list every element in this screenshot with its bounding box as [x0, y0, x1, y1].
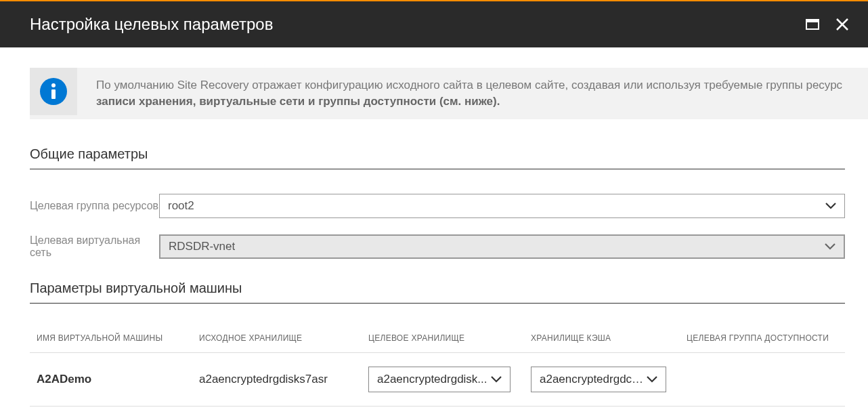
maximize-icon[interactable]: [806, 18, 819, 31]
svg-point-4: [51, 83, 56, 87]
info-banner: По умолчанию Site Recovery отражает конф…: [30, 68, 868, 119]
blade-content: По умолчанию Site Recovery отражает конф…: [0, 47, 868, 407]
table-header: ИМЯ ВИРТУАЛЬНОЙ МАШИНЫ ИСХОДНОЕ ХРАНИЛИЩ…: [30, 333, 845, 353]
th-availability-group: ЦЕЛЕВАЯ ГРУППА ДОСТУПНОСТИ: [687, 333, 838, 343]
header-actions: [806, 18, 849, 31]
chevron-down-icon: [825, 240, 836, 253]
svg-rect-5: [51, 89, 56, 99]
info-icon: [40, 78, 67, 105]
chevron-down-icon: [647, 373, 657, 386]
info-text-bold: записи хранения, виртуальные сети и груп…: [96, 95, 500, 108]
vnet-value: RDSDR-vnet: [169, 240, 235, 253]
th-vm-name: ИМЯ ВИРТУАЛЬНОЙ МАШИНЫ: [37, 333, 199, 343]
vm-table: ИМЯ ВИРТУАЛЬНОЙ МАШИНЫ ИСХОДНОЕ ХРАНИЛИЩ…: [30, 333, 845, 407]
resource-group-row: Целевая группа ресурсов root2: [30, 194, 845, 218]
blade-header: Настройка целевых параметров: [0, 1, 868, 47]
close-icon[interactable]: [836, 18, 849, 31]
vnet-dropdown[interactable]: RDSDR-vnet: [159, 234, 845, 259]
vnet-row: Целевая виртуальная сеть RDSDR-vnet: [30, 234, 845, 259]
th-cache-storage: ХРАНИЛИЩЕ КЭША: [531, 333, 687, 343]
table-row: A2ADemo a2aencryptedrgdisks7asr a2aencry…: [30, 353, 845, 407]
info-icon-box: [30, 68, 77, 115]
cache-storage-value: a2aencryptedrgdcac..: [540, 373, 647, 386]
info-text-line1: По умолчанию Site Recovery отражает конф…: [96, 79, 842, 91]
blade-title: Настройка целевых параметров: [30, 15, 273, 34]
general-section-title: Общие параметры: [30, 146, 845, 169]
chevron-down-icon: [491, 373, 502, 386]
th-source-storage: ИСХОДНОЕ ХРАНИЛИЩЕ: [199, 333, 368, 343]
vnet-label: Целевая виртуальная сеть: [30, 234, 162, 259]
info-text: По умолчанию Site Recovery отражает конф…: [77, 68, 842, 119]
resource-group-value: root2: [168, 199, 194, 213]
resource-group-dropdown[interactable]: root2: [159, 194, 845, 218]
cell-source-storage: a2aencryptedrgdisks7asr: [199, 373, 368, 386]
target-storage-dropdown[interactable]: a2aencryptedrgdisk...: [368, 367, 511, 392]
target-storage-value: a2aencryptedrgdisk...: [377, 373, 487, 386]
th-target-storage: ЦЕЛЕВОЕ ХРАНИЛИЩЕ: [368, 333, 531, 343]
resource-group-label: Целевая группа ресурсов: [30, 200, 162, 212]
cell-vm-name: A2ADemo: [37, 373, 199, 386]
vm-section-title: Параметры виртуальной машины: [30, 280, 845, 304]
svg-rect-1: [806, 20, 819, 22]
chevron-down-icon: [825, 199, 836, 213]
cache-storage-dropdown[interactable]: a2aencryptedrgdcac..: [531, 367, 666, 392]
